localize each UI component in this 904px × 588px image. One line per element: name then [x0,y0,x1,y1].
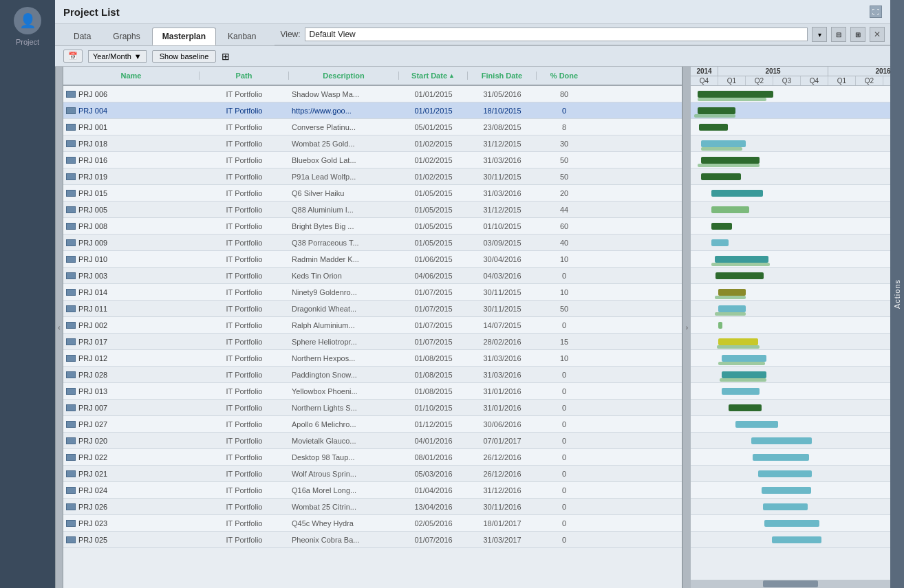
gantt-bar-primary[interactable] [722,355,766,362]
table-row[interactable]: PRJ 008 IT Portfolio Bright Bytes Big ..… [63,218,682,235]
cell-finish-date: 31/03/2016 [468,354,537,362]
cell-description: Wolf Atrous Sprin... [289,470,399,478]
expand-button[interactable]: ⛶ [870,6,882,18]
view-input[interactable] [305,28,808,41]
gantt-bar-primary[interactable] [698,91,773,98]
gantt-bar-primary[interactable] [718,322,722,329]
cell-path: IT Portfolio [200,189,289,197]
gantt-bar-primary[interactable] [722,371,766,378]
view-dropdown-button[interactable]: ▾ [812,27,827,42]
gantt-scrollbar[interactable] [691,580,890,588]
gantt-bar-primary[interactable] [735,421,778,428]
cell-finish-date: 31/12/2015 [468,140,537,148]
gantt-bar-primary[interactable] [763,503,808,510]
table-row[interactable]: PRJ 010 IT Portfolio Radmin Madder K... … [63,251,682,268]
gantt-bar-primary[interactable] [722,388,760,395]
gantt-bar-primary[interactable] [698,107,735,114]
table-row[interactable]: PRJ 025 IT Portfolio Pheonix Cobra Ba...… [63,532,682,548]
table-row[interactable]: PRJ 013 IT Portfolio Yellowbox Phoeni...… [63,383,682,400]
table-row[interactable]: PRJ 001 IT Portfolio Converse Platinu...… [63,119,682,135]
col-header-pct-done[interactable]: % Done [537,72,592,80]
gantt-bar-primary[interactable] [715,256,768,263]
gantt-bar-primary[interactable] [729,404,762,411]
gantt-bar-primary[interactable] [699,124,728,131]
gantt-bar-primary[interactable] [711,223,732,230]
table-row[interactable]: PRJ 022 IT Portfolio Desktop 98 Taup... … [63,449,682,466]
year-month-select[interactable]: Year/Month ▼ [88,50,147,63]
col-header-start-date[interactable]: Start Date ▲ [399,72,468,80]
table-row[interactable]: PRJ 023 IT Portfolio Q45c Whey Hydra 02/… [63,515,682,532]
gantt-bar-primary[interactable] [718,338,758,345]
gantt-bar-primary[interactable] [758,470,812,477]
right-collapse-handle[interactable]: › [682,67,691,588]
table-row[interactable]: PRJ 006 IT Portfolio Shadow Wasp Ma... 0… [63,86,682,102]
gantt-scrollbar-thumb[interactable] [763,580,818,587]
col-header-description[interactable]: Description [289,72,399,80]
cell-pct-done: 40 [537,239,592,247]
table-row[interactable]: PRJ 002 IT Portfolio Ralph Aluminium... … [63,317,682,334]
cell-finish-date: 31/03/2016 [468,156,537,164]
table-row[interactable]: PRJ 026 IT Portfolio Wombat 25 Citrin...… [63,499,682,515]
view-close-button[interactable]: ✕ [870,27,885,42]
cell-pct-done: 0 [537,503,592,511]
table-row[interactable]: PRJ 018 IT Portfolio Wombat 25 Gold... 0… [63,135,682,152]
view-saveas-button[interactable]: ⊞ [850,27,865,42]
cell-description: Q38 Porraceous T... [289,239,399,247]
col-header-name[interactable]: Name [63,72,200,80]
gantt-bar-baseline [694,114,735,118]
cell-finish-date: 07/01/2017 [468,437,537,445]
gantt-bar-primary[interactable] [711,239,729,246]
gantt-bar-primary[interactable] [772,536,821,543]
row-icon [66,388,76,395]
table-row[interactable]: PRJ 024 IT Portfolio Q16a Morel Long... … [63,482,682,499]
table-row[interactable]: PRJ 016 IT Portfolio Bluebox Gold Lat...… [63,152,682,168]
table-row[interactable]: PRJ 011 IT Portfolio Dragonkid Wheat... … [63,301,682,317]
table-row[interactable]: PRJ 007 IT Portfolio Northern Lights S..… [63,400,682,416]
gantt-bar-primary[interactable] [715,272,764,279]
table-row[interactable]: PRJ 015 IT Portfolio Q6 Silver Haiku 01/… [63,185,682,202]
table-row[interactable]: PRJ 027 IT Portfolio Apollo 6 Melichro..… [63,416,682,433]
tab-graphs[interactable]: Graphs [103,28,150,45]
gantt-bar-primary[interactable] [753,454,809,461]
gantt-bar-primary[interactable] [711,206,749,213]
table-row[interactable]: PRJ 021 IT Portfolio Wolf Atrous Sprin..… [63,466,682,482]
cell-name: PRJ 013 [63,387,200,395]
table-row[interactable]: PRJ 019 IT Portfolio P91a Lead Wolfp... … [63,168,682,185]
cell-pct-done: 50 [537,305,592,313]
table-row[interactable]: PRJ 004 IT Portfolio https://www.goo... … [63,102,682,119]
gantt-bar-primary[interactable] [701,140,746,147]
gantt-bar-primary[interactable] [762,487,811,494]
tab-kanban[interactable]: Kanban [217,28,266,45]
calendar-type-button[interactable]: 📅 [63,50,83,63]
tab-masterplan[interactable]: Masterplan [152,28,216,45]
gantt-bar-baseline [698,98,766,101]
view-save-button[interactable]: ⊟ [831,27,846,42]
table-row[interactable]: PRJ 005 IT Portfolio Q88 Aluminium I... … [63,202,682,218]
show-baseline-button[interactable]: Show baseline [152,50,217,63]
cell-finish-date: 30/11/2015 [468,173,537,181]
table-row[interactable]: PRJ 009 IT Portfolio Q38 Porraceous T...… [63,235,682,251]
col-header-path[interactable]: Path [200,72,289,80]
cell-path: IT Portfolio [200,371,289,379]
gantt-bar-primary[interactable] [711,190,763,197]
cell-description: Pheonix Cobra Ba... [289,536,399,544]
table-row[interactable]: PRJ 012 IT Portfolio Northern Hexpos... … [63,350,682,367]
gantt-bar-primary[interactable] [701,173,741,180]
table-row[interactable]: PRJ 020 IT Portfolio Movietalk Glauco...… [63,433,682,449]
gantt-bar-primary[interactable] [718,289,746,296]
left-collapse-handle[interactable]: ‹ [55,67,63,588]
gantt-bar-primary[interactable] [751,437,812,444]
table-row[interactable]: PRJ 017 IT Portfolio Sphere Heliotropr..… [63,334,682,350]
col-header-finish-date[interactable]: Finish Date [468,72,537,80]
tab-data[interactable]: Data [63,28,101,45]
cell-start-date: 01/08/2015 [399,354,468,362]
table-row[interactable]: PRJ 028 IT Portfolio Paddington Snow... … [63,367,682,383]
gantt-bar-primary[interactable] [701,157,760,164]
cell-pct-done: 0 [537,387,592,395]
table-row[interactable]: PRJ 014 IT Portfolio Ninety9 Goldenro...… [63,284,682,301]
gantt-bar-primary[interactable] [718,305,746,312]
cell-start-date: 01/07/2015 [399,338,468,346]
gantt-bar-primary[interactable] [764,520,819,527]
table-row[interactable]: PRJ 003 IT Portfolio Keds Tin Orion 04/0… [63,268,682,284]
cell-description: P91a Lead Wolfp... [289,173,399,181]
